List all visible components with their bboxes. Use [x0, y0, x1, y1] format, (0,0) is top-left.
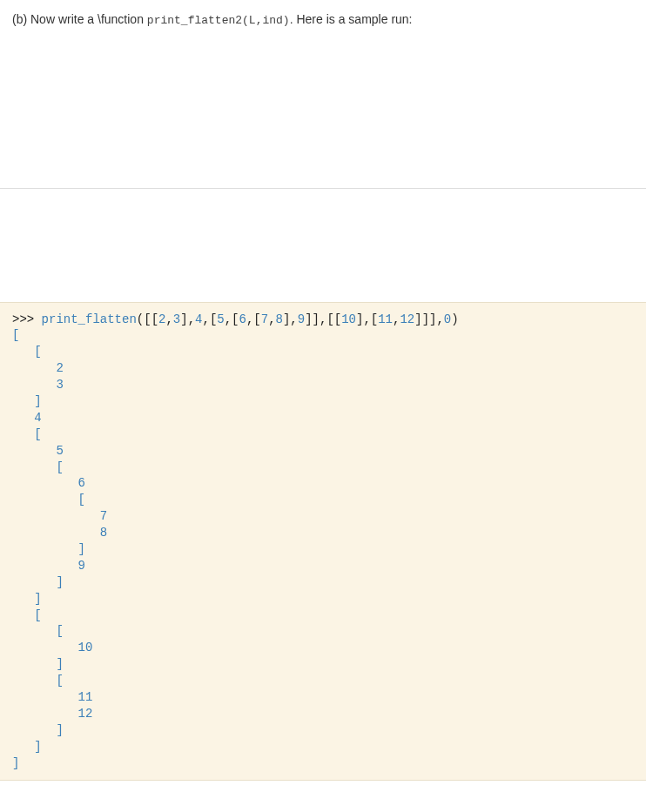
out-line: ]: [12, 723, 64, 737]
out-line: ]: [12, 756, 19, 770]
code-sample: >>> print_flatten([[2,3],4,[5,[6,[7,8],9…: [0, 302, 646, 782]
out-line: 10: [12, 641, 92, 654]
out-line: ]: [12, 740, 42, 754]
out-line: 8: [12, 526, 107, 540]
out-line: [: [12, 460, 64, 474]
out-line: ]: [12, 542, 85, 556]
out-line: [: [12, 345, 42, 359]
out-line: 9: [12, 559, 85, 573]
call-name: print_flatten: [42, 312, 137, 326]
out-line: 12: [12, 707, 92, 721]
out-line: ]: [12, 592, 42, 606]
out-line: [: [12, 427, 42, 441]
prompt: >>>: [12, 312, 42, 326]
out-line: ]: [12, 394, 42, 408]
question-text: (b) Now write a \function print_flatten2…: [12, 10, 634, 30]
out-line: [: [12, 493, 85, 507]
out-line: 4: [12, 411, 42, 425]
out-line: ]: [12, 657, 64, 671]
out-line: 11: [12, 690, 92, 704]
out-line: [: [12, 674, 64, 688]
out-line: 5: [12, 444, 64, 458]
out-line: [: [12, 328, 19, 342]
out-line: 7: [12, 509, 107, 523]
question-suffix: . Here is a sample run:: [290, 12, 413, 26]
out-line: 2: [12, 361, 64, 375]
function-name: print_flatten2(L,ind): [147, 14, 290, 27]
out-line: 6: [12, 476, 85, 490]
out-line: [: [12, 608, 42, 622]
out-line: ]: [12, 575, 64, 589]
out-line: [: [12, 624, 64, 638]
out-line: 3: [12, 378, 64, 392]
section-divider: [0, 188, 646, 189]
question-prefix: (b) Now write a \function: [12, 12, 147, 26]
